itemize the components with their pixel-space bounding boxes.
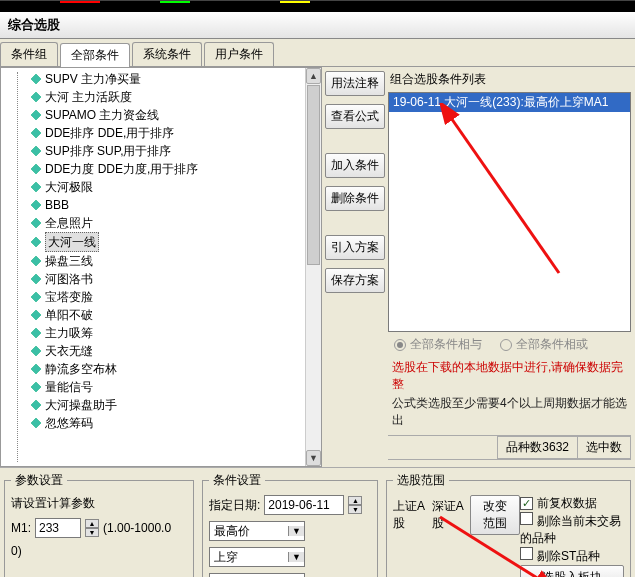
tree-item[interactable]: 河图洛书 — [5, 270, 321, 288]
tree-item[interactable]: BBB — [5, 196, 321, 214]
tab-all-conditions[interactable]: 全部条件 — [60, 43, 130, 67]
scroll-thumb[interactable] — [307, 85, 320, 265]
data-warning: 选股在下载的本地数据中进行,请确保数据完整 — [388, 357, 631, 395]
tree-item-label: 天衣无缝 — [45, 342, 93, 360]
m1-input[interactable]: 233 — [35, 518, 81, 538]
spin-down-icon[interactable]: ▼ — [348, 505, 362, 514]
svg-marker-8 — [31, 218, 41, 228]
m1-range2: 0) — [11, 544, 187, 558]
tree-item[interactable]: 大河极限 — [5, 178, 321, 196]
date-label: 指定日期: — [209, 497, 260, 514]
exclude-notrade-checkbox-row[interactable]: 剔除当前未交易的品种 — [520, 512, 624, 547]
tree-item-label: SUPAMO 主力资金线 — [45, 106, 159, 124]
scope-legend: 选股范围 — [393, 472, 449, 489]
tree-item[interactable]: 单阳不破 — [5, 306, 321, 324]
tree-item-label: 全息照片 — [45, 214, 93, 232]
add-condition-button[interactable]: 加入条件 — [325, 153, 385, 178]
tree-item-label: 量能信号 — [45, 378, 93, 396]
bullet-icon — [31, 292, 41, 302]
svg-line-20 — [449, 115, 559, 273]
spin-up-icon[interactable]: ▲ — [85, 519, 99, 528]
date-spinner[interactable]: ▲ ▼ — [348, 496, 362, 514]
spin-up-icon[interactable]: ▲ — [348, 496, 362, 505]
tree-item-label: 操盘三线 — [45, 252, 93, 270]
bullet-icon — [31, 274, 41, 284]
usage-button[interactable]: 用法注释 — [325, 71, 385, 96]
svg-marker-2 — [31, 110, 41, 120]
condition-row[interactable]: 19-06-11 大河一线(233):最高价上穿MA1 — [389, 93, 630, 112]
bullet-icon — [31, 218, 41, 228]
tree-item[interactable]: 天衣无缝 — [5, 342, 321, 360]
tree-item[interactable]: DDE排序 DDE,用于排序 — [5, 124, 321, 142]
tab-system-conditions[interactable]: 系统条件 — [132, 42, 202, 66]
svg-marker-11 — [31, 274, 41, 284]
tab-condition-group[interactable]: 条件组 — [0, 42, 58, 66]
tree-item-label: 忽悠筹码 — [45, 414, 93, 432]
svg-marker-14 — [31, 328, 41, 338]
tree-item[interactable]: 忽悠筹码 — [5, 414, 321, 432]
svg-marker-18 — [31, 400, 41, 410]
tree-panel: SUPV 主力净买量大河 主力活跃度SUPAMO 主力资金线DDE排序 DDE,… — [0, 67, 322, 467]
tree-item[interactable]: 全息照片 — [5, 214, 321, 232]
tree-item[interactable]: DDE力度 DDE力度,用于排序 — [5, 160, 321, 178]
view-formula-button[interactable]: 查看公式 — [325, 104, 385, 129]
param-fieldset: 参数设置 请设置计算参数 M1: 233 ▲ ▼ (1.00-1000.0 0) — [4, 472, 194, 577]
scroll-down-icon[interactable]: ▼ — [306, 450, 321, 466]
tree-item[interactable]: 量能信号 — [5, 378, 321, 396]
tree-item[interactable]: SUPAMO 主力资金线 — [5, 106, 321, 124]
tree-item[interactable]: 大河操盘助手 — [5, 396, 321, 414]
tree-item[interactable]: SUP排序 SUP,用于排序 — [5, 142, 321, 160]
tab-user-conditions[interactable]: 用户条件 — [204, 42, 274, 66]
tree-item[interactable]: 静流多空布林 — [5, 360, 321, 378]
radio-and[interactable]: 全部条件相与 — [394, 336, 482, 353]
checkbox-icon[interactable] — [520, 547, 533, 560]
status-selected[interactable]: 选中数 — [577, 436, 631, 459]
import-plan-button[interactable]: 引入方案 — [325, 235, 385, 260]
select-to-block-button[interactable]: 选股入板块 — [520, 565, 624, 577]
conditions-listbox[interactable]: 19-06-11 大河一线(233):最高价上穿MA1 — [388, 92, 631, 332]
tree-item-label: 大河极限 — [45, 178, 93, 196]
chevron-down-icon[interactable]: ▼ — [288, 526, 304, 536]
save-plan-button[interactable]: 保存方案 — [325, 268, 385, 293]
status-count[interactable]: 品种数3632 — [497, 436, 578, 459]
tree-scrollbar[interactable]: ▲ ▼ — [305, 68, 321, 466]
param-legend: 参数设置 — [11, 472, 67, 489]
relation-select[interactable]: 上穿▼ — [209, 547, 305, 567]
tree-item[interactable]: 操盘三线 — [5, 252, 321, 270]
tree-item[interactable]: SUPV 主力净买量 — [5, 70, 321, 88]
chevron-down-icon[interactable]: ▼ — [288, 552, 304, 562]
qfq-checkbox-row[interactable]: 前复权数据 — [520, 495, 624, 512]
m1-range: (1.00-1000.0 — [103, 521, 171, 535]
change-scope-button[interactable]: 改变范围 — [470, 495, 520, 535]
tree-item[interactable]: 主力吸筹 — [5, 324, 321, 342]
m1-label: M1: — [11, 521, 31, 535]
bullet-icon — [31, 146, 41, 156]
tree-item-label: 宝塔变脸 — [45, 288, 93, 306]
tree-item[interactable]: 大河一线 — [5, 232, 321, 252]
bullet-icon — [31, 382, 41, 392]
radio-or[interactable]: 全部条件相或 — [500, 336, 588, 353]
svg-marker-12 — [31, 292, 41, 302]
m1-spinner[interactable]: ▲ ▼ — [85, 519, 99, 537]
mid-buttons: 用法注释 查看公式 加入条件 删除条件 引入方案 保存方案 — [322, 67, 388, 467]
svg-marker-0 — [31, 74, 41, 84]
delete-condition-button[interactable]: 删除条件 — [325, 186, 385, 211]
bullet-icon — [31, 74, 41, 84]
exclude-st-checkbox-row[interactable]: 剔除ST品种 — [520, 547, 624, 565]
target-select[interactable]: MA1▼ — [209, 573, 305, 577]
checkbox-icon[interactable] — [520, 512, 533, 525]
bullet-icon — [31, 182, 41, 192]
tree-item-label: 主力吸筹 — [45, 324, 93, 342]
tree-item[interactable]: 大河 主力活跃度 — [5, 88, 321, 106]
svg-marker-9 — [31, 237, 41, 247]
checkbox-icon[interactable] — [520, 497, 533, 510]
scroll-up-icon[interactable]: ▲ — [306, 68, 321, 84]
tree-item[interactable]: 宝塔变脸 — [5, 288, 321, 306]
condition-legend: 条件设置 — [209, 472, 265, 489]
tree-item-label: DDE力度 DDE力度,用于排序 — [45, 160, 198, 178]
date-input[interactable]: 2019-06-11 — [264, 495, 344, 515]
price-select[interactable]: 最高价▼ — [209, 521, 305, 541]
spin-down-icon[interactable]: ▼ — [85, 528, 99, 537]
bullet-icon — [31, 364, 41, 374]
svg-marker-1 — [31, 92, 41, 102]
